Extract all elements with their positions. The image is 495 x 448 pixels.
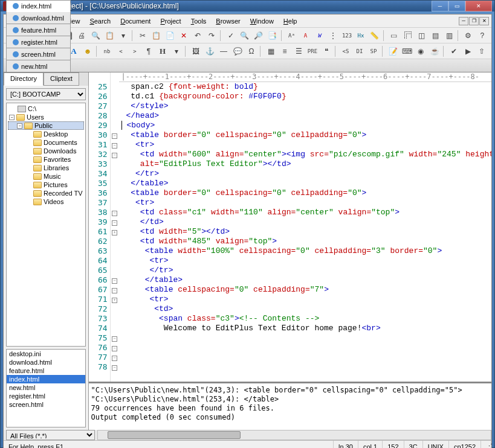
find-files-button[interactable]: 📑 xyxy=(266,29,279,42)
table-button[interactable]: ▦ xyxy=(264,45,277,58)
div-button[interactable]: DI xyxy=(353,45,366,58)
output-panel[interactable]: "C:\Users\Public\new.html"(243,3): <tabl… xyxy=(89,382,491,430)
form-button[interactable]: 📝 xyxy=(386,45,400,58)
font-small-button[interactable]: Aᵃ xyxy=(285,29,299,42)
pre-button[interactable]: PRE xyxy=(306,45,319,58)
tree-item[interactable]: C:\ xyxy=(8,104,84,113)
settings-button[interactable]: ⚙ xyxy=(462,29,475,42)
spell-button[interactable]: ✓ xyxy=(224,29,238,42)
script-button[interactable]: <S xyxy=(339,45,352,58)
fold-toggle-icon[interactable]: − xyxy=(112,220,117,226)
redo-button[interactable]: ↷ xyxy=(205,29,218,42)
tree-item[interactable]: −Public xyxy=(8,121,84,130)
maximize-button[interactable]: ▭ xyxy=(448,1,465,11)
sidebar-tab-directory[interactable]: Directory xyxy=(4,72,44,86)
file-filter-select[interactable]: All Files (*.*) xyxy=(6,430,95,440)
applet-button[interactable]: ☕ xyxy=(428,45,441,58)
fold-toggle-icon[interactable]: + xyxy=(112,230,117,235)
tree-item[interactable]: Downloads xyxy=(8,147,84,155)
search-button[interactable]: 🔍 xyxy=(238,29,251,42)
menu-browser[interactable]: Browser xyxy=(211,16,245,26)
fold-toggle-icon[interactable]: − xyxy=(112,133,117,139)
fold-toggle-icon[interactable]: − xyxy=(112,278,117,284)
nbsp-button[interactable]: nb xyxy=(100,45,114,58)
wordwrap-button[interactable]: W xyxy=(312,29,326,42)
fold-toggle-icon[interactable]: − xyxy=(112,365,117,371)
fold-toggle-icon[interactable]: − xyxy=(112,143,117,149)
replace-button[interactable]: 🔎 xyxy=(252,29,265,42)
file-item[interactable]: desktop.ini xyxy=(7,350,85,358)
comment-button[interactable]: 💬 xyxy=(231,45,244,58)
fold-toggle-icon[interactable]: − xyxy=(112,346,117,351)
status-resize-grip[interactable]: ⋰ xyxy=(481,441,491,448)
tab-index-html[interactable]: index.html xyxy=(6,0,71,12)
tree-item[interactable]: Music xyxy=(8,172,84,181)
input-button[interactable]: ⌨ xyxy=(400,45,413,58)
paste-button[interactable]: 📄 xyxy=(164,29,177,42)
image-button[interactable]: 🖼 xyxy=(189,45,202,58)
fold-toggle-icon[interactable]: − xyxy=(112,153,117,158)
code-area[interactable]: span.c2 {font-weight: bold} td.c1 {backg… xyxy=(119,82,491,382)
menu-tools[interactable]: Tools xyxy=(186,16,212,26)
tree-item[interactable]: Desktop xyxy=(8,130,84,138)
file-item[interactable]: screen.html xyxy=(7,400,85,409)
fold-toggle-icon[interactable]: − xyxy=(112,288,117,293)
menu-document[interactable]: Document xyxy=(115,16,155,26)
indent-guide-button[interactable]: ⋮ xyxy=(326,29,340,42)
file-item[interactable]: new.html xyxy=(7,383,85,392)
file-item[interactable]: feature.html xyxy=(7,366,85,375)
blockquote-button[interactable]: ❝ xyxy=(320,45,333,58)
fold-toggle-icon[interactable]: − xyxy=(112,211,117,216)
hscrollbar-thumb[interactable] xyxy=(108,431,241,439)
list-button[interactable]: ☰ xyxy=(292,45,305,58)
tree-item[interactable]: Recorded TV xyxy=(8,189,84,197)
fold-toggle-icon[interactable]: + xyxy=(112,298,117,303)
tree-item[interactable]: Pictures xyxy=(8,181,84,189)
tab-feature-html[interactable]: feature.html xyxy=(6,24,71,36)
preview-button[interactable]: 🔍 xyxy=(89,29,102,42)
heading-dropdown-button[interactable]: ▾ xyxy=(170,45,183,58)
tab-new-html[interactable]: new.html xyxy=(6,60,71,72)
center-button[interactable]: ≡ xyxy=(278,45,291,58)
menu-window[interactable]: Window xyxy=(245,16,279,26)
tab-download-html[interactable]: download.html xyxy=(6,11,71,24)
mdi-restore-button[interactable]: ❐ xyxy=(469,17,479,25)
copy-button[interactable]: 📋 xyxy=(150,29,163,42)
delete-button[interactable]: ✕ xyxy=(177,29,190,42)
tree-item[interactable]: Libraries xyxy=(8,164,84,172)
project-button[interactable]: 📋 xyxy=(103,29,116,42)
para-button[interactable]: ¶ xyxy=(142,45,155,58)
tab-screen-html[interactable]: screen.html xyxy=(6,48,71,60)
file-list[interactable]: desktop.inidownload.htmlfeature.htmlinde… xyxy=(6,349,86,427)
tree-item[interactable]: Favorites xyxy=(8,155,84,164)
titlebar[interactable]: EditPlus [My Project] - [C:\Users\Public… xyxy=(1,1,494,11)
char-button[interactable]: Ω xyxy=(245,45,258,58)
font-color-button[interactable]: A xyxy=(299,29,312,42)
ruler-button[interactable]: 📏 xyxy=(368,29,381,42)
mdi-minimize-button[interactable]: ─ xyxy=(459,17,468,25)
tree-expander-icon[interactable]: − xyxy=(9,115,15,120)
emoji-button[interactable]: ☻ xyxy=(81,45,94,58)
menu-project[interactable]: Project xyxy=(155,16,186,26)
cut-button[interactable]: ✂ xyxy=(136,29,149,42)
folder-tree[interactable]: C:\−Users−PublicDesktopDocumentsDownload… xyxy=(6,103,86,347)
menu-help[interactable]: Help xyxy=(279,16,302,26)
upload-button[interactable]: ⇧ xyxy=(475,45,488,58)
object-button[interactable]: ◉ xyxy=(414,45,427,58)
horizontal-scrollbar[interactable] xyxy=(97,430,491,440)
browser-button[interactable]: ▭ xyxy=(387,29,401,42)
close-button[interactable]: ✕ xyxy=(465,1,492,11)
tile-v-button[interactable]: ◫ xyxy=(415,29,428,42)
code-editor[interactable]: 2526272829303132333435363738396162636465… xyxy=(89,72,491,382)
menu-search[interactable]: Search xyxy=(85,16,115,26)
tree-item[interactable]: Documents xyxy=(8,138,84,147)
fold-gutter[interactable]: −−− −−+ −−+ −−−− xyxy=(111,72,119,382)
lt-button[interactable]: < xyxy=(114,45,128,58)
file-item[interactable]: index.html xyxy=(7,375,85,383)
validate-button[interactable]: ✔ xyxy=(447,45,461,58)
hr-button[interactable]: — xyxy=(217,45,230,58)
gt-button[interactable]: > xyxy=(128,45,141,58)
sidebar-tab-cliptext[interactable]: Cliptext xyxy=(44,72,79,86)
tree-expander-icon[interactable]: − xyxy=(17,123,22,129)
minimize-button[interactable]: ─ xyxy=(432,1,448,11)
